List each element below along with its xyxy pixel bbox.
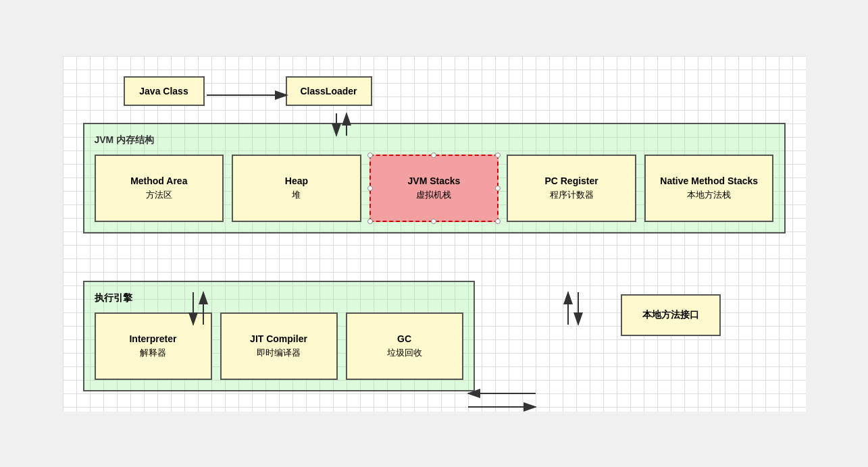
bottom-section: 执行引擎 Interpreter 解释器 JIT Compiler 即时编译器 …: [83, 281, 786, 391]
gc-box[interactable]: GC 垃圾回收: [346, 312, 463, 380]
diagram-inner: Java Class ClassLoader JVM 内存结构 Method A…: [83, 76, 786, 391]
middle-arrow-area: [475, 281, 542, 308]
handle-br[interactable]: [495, 219, 501, 224]
arrow-spacer: [83, 247, 786, 281]
handle-mr[interactable]: [495, 186, 501, 191]
jit-compiler-subtitle: 即时编译器: [257, 347, 301, 359]
exec-components: Interpreter 解释器 JIT Compiler 即时编译器 GC 垃圾…: [95, 312, 463, 380]
heap-title: Heap: [285, 175, 308, 186]
handle-bm[interactable]: [431, 219, 436, 224]
handle-bl[interactable]: [367, 219, 373, 224]
pc-register-box[interactable]: PC Register 程序计数器: [507, 155, 636, 222]
pc-register-title: PC Register: [544, 175, 598, 186]
handle-tr[interactable]: [495, 153, 501, 158]
jvm-stacks-subtitle: 虚拟机栈: [416, 189, 451, 201]
top-row: Java Class ClassLoader: [83, 76, 786, 106]
interpreter-box[interactable]: Interpreter 解释器: [95, 312, 212, 380]
native-method-stacks-title: Native Method Stacks: [660, 175, 758, 186]
method-area-title: Method Area: [130, 175, 187, 186]
native-method-stacks-box[interactable]: Native Method Stacks 本地方法栈: [644, 155, 774, 222]
classloader-box: ClassLoader: [286, 76, 372, 106]
jvm-box-label: JVM 内存结构: [95, 134, 774, 146]
exec-engine-box: 执行引擎 Interpreter 解释器 JIT Compiler 即时编译器 …: [83, 281, 475, 391]
heap-box[interactable]: Heap 堆: [232, 155, 361, 222]
java-class-label: Java Class: [139, 86, 188, 97]
method-area-box[interactable]: Method Area 方法区: [95, 155, 224, 222]
jit-compiler-title: JIT Compiler: [250, 333, 307, 344]
gc-title: GC: [397, 333, 411, 344]
interpreter-title: Interpreter: [129, 333, 176, 344]
jvm-stacks-title: JVM Stacks: [408, 175, 461, 186]
handle-ml[interactable]: [367, 186, 373, 191]
gc-subtitle: 垃圾回收: [387, 347, 422, 359]
interpreter-subtitle: 解释器: [140, 347, 166, 359]
jvm-stacks-box[interactable]: JVM Stacks 虚拟机栈: [369, 155, 499, 222]
native-interface-label: 本地方法接口: [642, 309, 699, 320]
jvm-components: Method Area 方法区 Heap 堆 JVM Stacks: [95, 155, 774, 222]
java-class-box: Java Class: [124, 76, 205, 106]
exec-engine-label: 执行引擎: [95, 292, 463, 304]
jvm-memory-box: JVM 内存结构 Method Area 方法区 Heap 堆: [83, 123, 786, 234]
native-interface-wrapper: 本地方法接口: [542, 281, 786, 336]
jit-compiler-box[interactable]: JIT Compiler 即时编译器: [220, 312, 338, 380]
method-area-subtitle: 方法区: [146, 189, 172, 201]
native-method-stacks-subtitle: 本地方法栈: [687, 189, 731, 201]
diagram-container: Java Class ClassLoader JVM 内存结构 Method A…: [63, 56, 806, 412]
heap-subtitle: 堆: [292, 189, 301, 201]
handle-tl[interactable]: [367, 153, 373, 158]
classloader-label: ClassLoader: [301, 86, 357, 97]
native-interface-box[interactable]: 本地方法接口: [621, 294, 721, 336]
pc-register-subtitle: 程序计数器: [550, 189, 594, 201]
handle-tm[interactable]: [431, 153, 436, 158]
